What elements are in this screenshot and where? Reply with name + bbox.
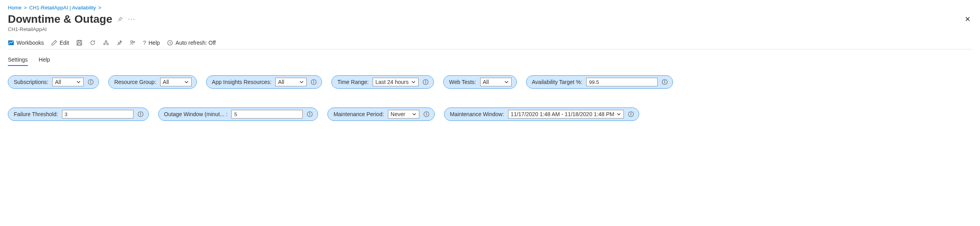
app-insights-select[interactable]: All [275, 78, 307, 86]
chevron-down-icon [299, 80, 304, 84]
resource-group-select[interactable]: All [160, 78, 192, 86]
svg-point-25 [631, 113, 631, 113]
svg-point-21 [310, 113, 310, 113]
time-range-filter: Time Range: Last 24 hours [331, 75, 433, 89]
breadcrumb-sep-2: > [98, 5, 101, 11]
chevron-down-icon [76, 80, 81, 84]
resource-group-filter: Resource Group: All [108, 75, 197, 89]
info-icon[interactable] [422, 79, 429, 85]
svg-point-15 [425, 80, 426, 81]
availability-target-input-wrap [586, 78, 658, 86]
info-icon[interactable] [311, 79, 317, 85]
breadcrumb-sep: > [24, 5, 27, 11]
edit-button[interactable]: Edit [51, 40, 69, 46]
page-subtitle: CH1-RetailAppAI [8, 26, 972, 32]
svg-point-11 [90, 80, 91, 81]
subscriptions-label: Subscriptions: [14, 79, 48, 85]
info-icon[interactable] [88, 79, 94, 85]
maintenance-period-select[interactable]: Never [388, 110, 419, 118]
tabs: Settings Help [8, 56, 972, 66]
availability-target-label: Availability Target %: [532, 79, 583, 85]
subscriptions-value: All [55, 79, 61, 85]
svg-point-13 [314, 80, 314, 81]
workbooks-button[interactable]: Workbooks [8, 40, 44, 46]
app-insights-filter: App Insights Resources: All [206, 75, 322, 89]
filters-row-1: Subscriptions: All Resource Group: All A… [8, 75, 972, 89]
outage-window-input-wrap [231, 110, 303, 118]
svg-point-6 [107, 43, 108, 45]
svg-point-8 [133, 41, 135, 43]
more-icon[interactable]: ··· [128, 16, 135, 23]
outage-window-input[interactable] [234, 111, 300, 117]
app-insights-value: All [278, 79, 284, 85]
tab-help[interactable]: Help [39, 56, 50, 66]
svg-point-23 [426, 113, 426, 113]
resource-group-value: All [163, 79, 169, 85]
web-tests-filter: Web Tests: All [443, 75, 517, 89]
svg-point-4 [105, 40, 107, 42]
failure-threshold-input-wrap [62, 110, 133, 118]
chevron-down-icon [412, 112, 417, 117]
svg-rect-3 [78, 43, 81, 45]
time-range-select[interactable]: Last 24 hours [373, 78, 419, 86]
breadcrumb: Home > CH1-RetailAppAI | Availability > [8, 5, 972, 11]
info-icon[interactable] [137, 111, 144, 117]
time-range-label: Time Range: [337, 79, 369, 85]
breadcrumb-resource[interactable]: CH1-RetailAppAI | Availability [29, 5, 96, 11]
toolbar: Workbooks Edit ? Help Auto refresh: Off [8, 35, 972, 49]
maintenance-period-value: Never [391, 111, 405, 117]
svg-point-19 [140, 113, 141, 113]
subscriptions-select[interactable]: All [52, 78, 84, 86]
maintenance-window-filter: Maintenance Window: 11/17/2020 1:48 AM -… [444, 108, 640, 121]
info-icon[interactable] [423, 111, 430, 117]
chevron-down-icon [616, 112, 621, 117]
availability-target-input[interactable] [589, 79, 655, 85]
breadcrumb-home[interactable]: Home [8, 5, 22, 11]
failure-threshold-label: Failure Threshold: [14, 111, 58, 117]
maintenance-window-select[interactable]: 11/17/2020 1:48 AM - 11/18/2020 1:48 PM [508, 110, 624, 118]
save-icon[interactable] [76, 40, 82, 46]
maintenance-period-label: Maintenance Period: [333, 111, 384, 117]
chevron-down-icon [411, 80, 416, 84]
filters-row-2: Failure Threshold: Outage Window (minut.… [8, 108, 972, 121]
outage-window-filter: Outage Window (minut... : [158, 108, 318, 121]
svg-point-7 [130, 40, 132, 42]
workbooks-label: Workbooks [16, 40, 44, 46]
refresh-icon[interactable] [90, 40, 96, 46]
outage-window-label: Outage Window (minut... : [164, 111, 228, 117]
subscriptions-filter: Subscriptions: All [8, 75, 99, 89]
pin-icon[interactable] [117, 16, 123, 22]
share-icon[interactable] [103, 40, 109, 46]
availability-target-filter: Availability Target %: [526, 75, 673, 89]
maintenance-window-label: Maintenance Window: [450, 111, 504, 117]
feedback-icon[interactable] [130, 40, 136, 46]
failure-threshold-filter: Failure Threshold: [8, 108, 149, 121]
info-icon[interactable] [662, 79, 668, 85]
help-button[interactable]: ? Help [143, 39, 160, 46]
autorefresh-button[interactable]: Auto refresh: Off [167, 40, 216, 46]
failure-threshold-input[interactable] [65, 111, 131, 117]
chevron-down-icon [504, 80, 509, 84]
maintenance-window-value: 11/17/2020 1:48 AM - 11/18/2020 1:48 PM [511, 111, 614, 117]
chevron-down-icon [184, 80, 189, 84]
time-range-value: Last 24 hours [375, 79, 409, 85]
web-tests-select[interactable]: All [480, 78, 512, 86]
help-label: Help [148, 40, 160, 46]
web-tests-label: Web Tests: [449, 79, 476, 85]
close-button[interactable]: ✕ [963, 13, 972, 25]
edit-label: Edit [60, 40, 69, 46]
autorefresh-label: Auto refresh: Off [176, 40, 216, 46]
svg-point-5 [104, 43, 105, 45]
pin-toolbar-icon[interactable] [116, 40, 122, 46]
app-insights-label: App Insights Resources: [212, 79, 272, 85]
svg-rect-2 [78, 40, 80, 42]
web-tests-value: All [483, 79, 489, 85]
info-icon[interactable] [307, 111, 313, 117]
resource-group-label: Resource Group: [114, 79, 156, 85]
svg-point-17 [665, 80, 665, 81]
page-title: Downtime & Outage [8, 13, 112, 26]
maintenance-period-filter: Maintenance Period: Never [327, 108, 434, 121]
tab-settings[interactable]: Settings [8, 56, 28, 66]
info-icon[interactable] [628, 111, 634, 117]
